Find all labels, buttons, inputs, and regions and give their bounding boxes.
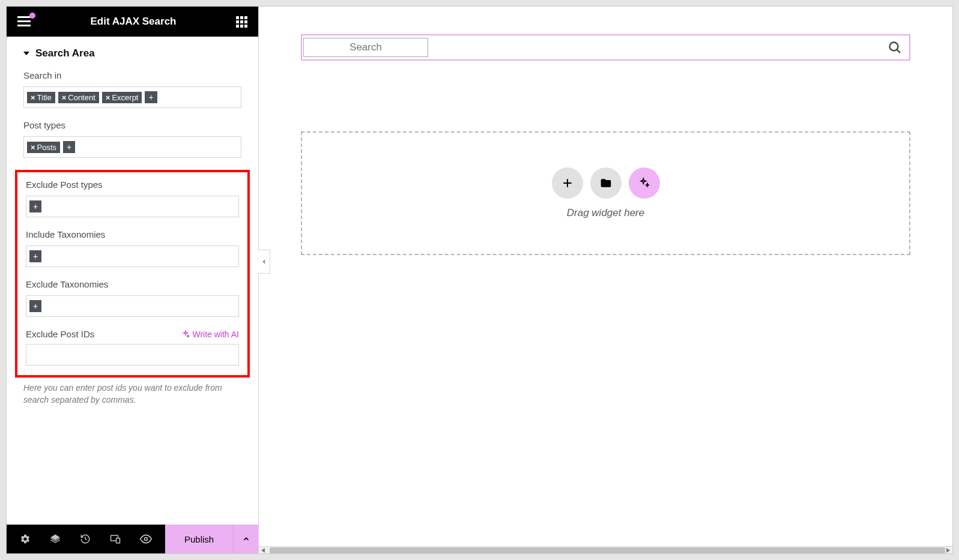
remove-icon: × — [31, 93, 35, 102]
section-search-area-toggle[interactable]: Search Area — [23, 47, 241, 59]
chip-title[interactable]: ×Title — [27, 92, 55, 103]
menu-hamburger-icon[interactable] — [17, 16, 31, 27]
add-exclude-taxonomies-button[interactable]: + — [29, 300, 41, 312]
scrollbar-thumb[interactable] — [270, 547, 945, 553]
svg-point-3 — [890, 43, 898, 51]
horizontal-scrollbar[interactable] — [259, 546, 952, 553]
responsive-icon[interactable] — [110, 534, 121, 544]
highlighted-group: Exclude Post types + Include Taxonomies … — [15, 170, 250, 378]
exclude-post-types-input[interactable]: + — [26, 196, 239, 217]
widgets-grid-icon[interactable] — [236, 16, 247, 28]
ai-generate-button[interactable] — [629, 167, 660, 199]
drop-zone[interactable]: Drag widget here — [301, 131, 910, 255]
exclude-post-ids-input[interactable] — [26, 344, 239, 366]
post-types-label: Post types — [23, 120, 241, 130]
add-post-types-button[interactable]: + — [63, 141, 75, 153]
caret-down-icon — [23, 52, 29, 55]
remove-icon: × — [62, 93, 67, 102]
svg-rect-1 — [116, 538, 120, 543]
search-icon[interactable] — [888, 40, 902, 55]
preview-canvas: Drag widget here — [259, 7, 952, 553]
panel-body: Search Area Search in ×Title ×Content ×E… — [7, 37, 258, 525]
bottom-icons — [7, 525, 165, 553]
notification-dot — [29, 13, 35, 19]
svg-point-2 — [145, 538, 148, 541]
include-taxonomies-input[interactable]: + — [26, 245, 239, 267]
search-widget[interactable] — [301, 34, 910, 61]
sparkle-icon — [638, 177, 650, 189]
sparkle-icon — [181, 330, 190, 339]
app-root: Edit AJAX Search Search Area Search in ×… — [6, 6, 953, 554]
search-in-label: Search in — [23, 70, 241, 80]
add-include-taxonomies-button[interactable]: + — [29, 250, 41, 262]
chevron-up-icon — [242, 535, 250, 543]
plus-icon — [561, 177, 573, 189]
search-in-input[interactable]: ×Title ×Content ×Excerpt + — [23, 86, 241, 108]
write-with-ai-link[interactable]: Write with AI — [181, 330, 239, 339]
add-exclude-post-types-button[interactable]: + — [29, 200, 41, 212]
add-search-in-button[interactable]: + — [145, 91, 157, 103]
page-title: Edit AJAX Search — [91, 16, 177, 28]
editor-sidebar: Edit AJAX Search Search Area Search in ×… — [7, 7, 259, 553]
add-widget-button[interactable] — [552, 167, 583, 199]
exclude-taxonomies-input[interactable]: + — [26, 295, 239, 317]
insert-template-button[interactable] — [590, 167, 622, 199]
exclude-post-ids-label: Exclude Post IDs — [26, 329, 94, 339]
topbar: Edit AJAX Search — [7, 7, 258, 37]
layers-icon[interactable] — [50, 534, 61, 544]
chip-content[interactable]: ×Content — [58, 92, 99, 103]
bottombar: Publish — [7, 525, 258, 553]
exclude-post-types-label: Exclude Post types — [26, 179, 239, 190]
publish-label: Publish — [184, 534, 214, 544]
include-taxonomies-label: Include Taxonomies — [26, 229, 239, 239]
exclude-taxonomies-label: Exclude Taxonomies — [26, 279, 239, 289]
folder-icon — [600, 177, 612, 189]
preview-eye-icon[interactable] — [140, 533, 152, 545]
exclude-post-ids-hint: Here you can enter post ids you want to … — [23, 382, 241, 406]
publish-button[interactable]: Publish — [165, 525, 233, 553]
drop-zone-label: Drag widget here — [567, 207, 644, 219]
search-input[interactable] — [303, 38, 428, 57]
remove-icon: × — [106, 93, 110, 102]
svg-line-4 — [897, 50, 900, 53]
scroll-left-icon — [261, 548, 265, 553]
chip-excerpt[interactable]: ×Excerpt — [102, 92, 142, 103]
write-with-ai-label: Write with AI — [192, 330, 239, 339]
remove-icon: × — [31, 143, 35, 152]
settings-gear-icon[interactable] — [20, 534, 31, 544]
publish-options-button[interactable] — [233, 525, 258, 553]
scroll-right-icon — [946, 548, 950, 553]
chevron-left-icon — [261, 259, 267, 265]
collapse-sidebar-handle[interactable] — [258, 250, 270, 274]
post-types-input[interactable]: ×Posts + — [23, 136, 241, 158]
chip-posts[interactable]: ×Posts — [27, 142, 60, 153]
section-title-label: Search Area — [35, 47, 95, 59]
history-icon[interactable] — [80, 534, 91, 544]
